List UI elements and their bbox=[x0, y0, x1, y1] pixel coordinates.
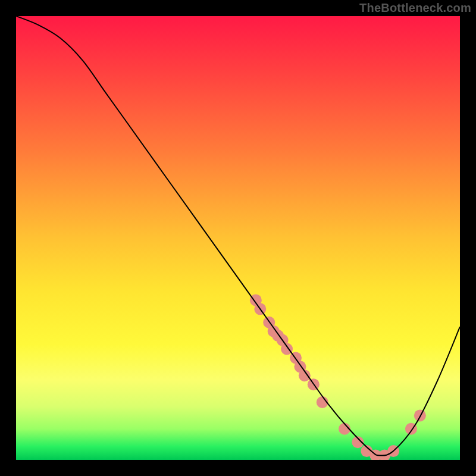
bottleneck-curve bbox=[16, 16, 460, 456]
watermark-text: TheBottleneck.com bbox=[359, 1, 471, 15]
chart-svg bbox=[16, 16, 460, 460]
curve-marker bbox=[414, 409, 426, 421]
chart-frame: TheBottleneck.com bbox=[0, 0, 476, 476]
plot-area bbox=[16, 16, 460, 460]
marker-layer bbox=[250, 294, 426, 460]
